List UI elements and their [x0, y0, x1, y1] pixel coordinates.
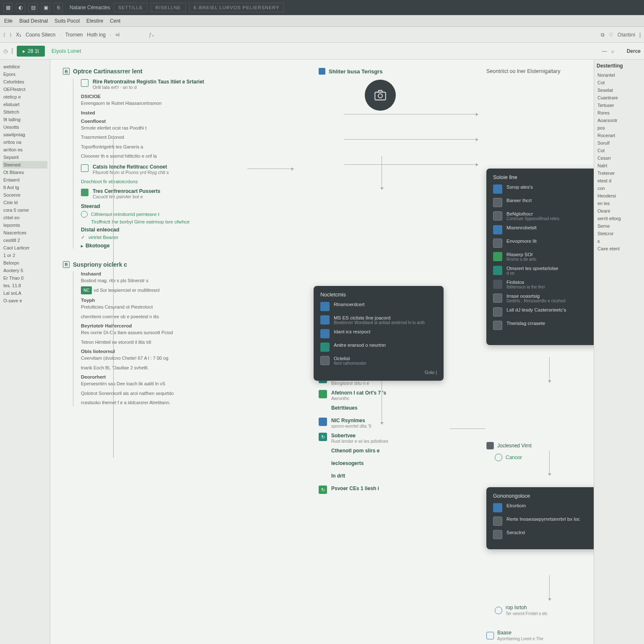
right-sidebar-item[interactable]: Cot: [597, 147, 641, 154]
col2-item[interactable]: lecloesogerts: [319, 460, 461, 469]
col2-item[interactable]: ↻Psvoer CEs 1 liesh i: [319, 486, 461, 494]
left-sidebar-item[interactable]: Ot Btiares: [3, 169, 47, 176]
left-sidebar-item[interactable]: cestitll 2: [3, 236, 47, 244]
col2-item[interactable]: Afetnorn I cat Ort's 7 'sAwronthc: [319, 390, 461, 401]
link-cithiensol[interactable]: Cithiensol nrimitorrid perntesre t: [81, 211, 256, 218]
panel-row[interactable]: Rlaserp SOlRrsme s de arto: [493, 252, 594, 262]
left-sidebar-item[interactable]: Belorpn: [3, 259, 47, 267]
panel-row[interactable]: Bareer Ihcrt: [493, 198, 594, 207]
left-sidebar-item[interactable]: Celortides: [3, 78, 47, 86]
right-sidebar-item[interactable]: s: [597, 237, 641, 245]
menu-suits[interactable]: Suits Pocol: [55, 18, 80, 24]
node-ropils[interactable]: rop IsrtohTer oeornt Frrstel s etc: [495, 605, 548, 616]
left-sidebar-item[interactable]: Entaerd: [3, 176, 47, 184]
section2-icon[interactable]: ⎘: [63, 261, 70, 268]
back-icon[interactable]: ⟨: [3, 32, 5, 38]
right-sidebar-item[interactable]: Nalrt: [597, 162, 641, 169]
right-sidebar-item[interactable]: Tretener: [597, 169, 641, 177]
menu-file[interactable]: Eile: [4, 18, 13, 24]
camera-node[interactable]: [365, 80, 396, 111]
right-sidebar-item[interactable]: Cessrr: [597, 154, 641, 162]
left-sidebar-item[interactable]: Uesotts: [3, 123, 47, 131]
right-sidebar-item[interactable]: Stetcror: [597, 230, 641, 237]
left-sidebar-item[interactable]: cora 5 osme: [3, 206, 47, 214]
left-sidebar-item[interactable]: OEFfestrct: [3, 86, 47, 93]
right-sidebar-item[interactable]: Seselat: [597, 86, 641, 94]
item3-title[interactable]: Tres Cenfrenrocart Pusserts: [93, 188, 160, 194]
section1-icon[interactable]: ⎘: [63, 68, 70, 75]
left-sidebar-item[interactable]: Epors: [3, 70, 47, 78]
panel-row[interactable]: Idant ics resrpoct: [320, 329, 437, 338]
right-sidebar-item[interactable]: Caxe etenl: [597, 245, 641, 252]
panel-row[interactable]: Anitre erarsod o neurtnn: [320, 343, 437, 352]
right-sidebar-item[interactable]: Oeare: [597, 207, 641, 215]
search-icon[interactable]: ⌕: [611, 48, 614, 54]
app-icon-1[interactable]: ▦: [3, 3, 13, 12]
left-sidebar-item[interactable]: Caol Larticer: [3, 244, 47, 252]
right-sidebar-item[interactable]: Norantel: [597, 71, 641, 79]
panel-row[interactable]: MS ES ciclists lIne joacordBinetinrorr W…: [320, 315, 437, 325]
panel-row[interactable]: Lstl dJ lesdy Castersrieetc's: [493, 307, 594, 317]
left-sidebar-item[interactable]: tes. 11.8: [3, 282, 47, 289]
right-sidebar-item[interactable]: Rocerart: [597, 132, 641, 139]
panel-row[interactable]: Otnsrert les spvetsrlolsed se: [493, 266, 594, 275]
menu-elestire[interactable]: Elestire: [86, 18, 103, 24]
checkbox-icon[interactable]: [81, 79, 88, 87]
heart-icon[interactable]: ♡: [609, 32, 613, 38]
left-sidebar-item[interactable]: Aootery 5: [3, 267, 47, 274]
link-drechtoot[interactable]: Drechtoot fir ebratolcrdons: [81, 179, 256, 184]
panel-row[interactable]: Therislag crrasete: [493, 321, 594, 330]
left-sidebar-item[interactable]: chtel eo: [3, 214, 47, 221]
title-tab-3[interactable]: E-BREIEL LURVOS PELIERSNERY: [189, 3, 284, 12]
checkbox-icon[interactable]: [81, 164, 88, 172]
right-sidebar-item[interactable]: pos: [597, 124, 641, 132]
right-sidebar-item[interactable]: Rsres: [597, 109, 641, 117]
col2-item[interactable]: In drlt: [319, 473, 461, 481]
title-tab-1[interactable]: SETTILLE: [114, 3, 148, 12]
link-virtrlet[interactable]: ✓virtrlet Bearsn: [81, 234, 256, 240]
title-tab-2[interactable]: RISELLNE: [151, 3, 185, 12]
right-sidebar-item[interactable]: etest d: [597, 177, 641, 184]
left-sidebar-item[interactable]: Iepornts: [3, 221, 47, 229]
right-sidebar-item[interactable]: Sorulf: [597, 139, 641, 147]
left-sidebar-item[interactable]: 8 Aot tg: [3, 184, 47, 191]
left-sidebar-item[interactable]: 9t talling: [3, 116, 47, 123]
col2-item[interactable]: ↻SobertveeRust lendsr e wi les pdiotloes: [319, 433, 461, 444]
item2-title[interactable]: Catsis lonche Retitracc Conoet: [93, 164, 169, 170]
right-sidebar-item[interactable]: Cuantrare: [597, 94, 641, 101]
panel-row[interactable]: Rtramoerdcert: [320, 302, 437, 311]
left-sidebar-item[interactable]: Sepsirit: [3, 153, 47, 161]
left-sidebar-item[interactable]: Lal soLA: [3, 289, 47, 297]
col2-item[interactable]: Betrttieues: [319, 405, 461, 413]
formula-input[interactable]: =i: [115, 32, 119, 38]
link-tirsffnictt[interactable]: Tirsffnictt Ihe borbyl Girre eatrmop lsr…: [91, 219, 256, 224]
panel1-footer[interactable]: Golo |: [320, 370, 437, 375]
right-sidebar-item[interactable]: Heodersi: [597, 192, 641, 200]
breadcrumb-1[interactable]: Coons Sitecn: [26, 32, 55, 38]
left-sidebar-item[interactable]: Sttetrch: [3, 108, 47, 116]
menu-biad[interactable]: Biad Destnal: [19, 18, 48, 24]
right-sidebar-item[interactable]: serrit ettorg: [597, 215, 641, 222]
checkbox-checked-icon[interactable]: [81, 189, 88, 196]
left-sidebar-item[interactable]: Socenre: [3, 191, 47, 199]
left-sidebar-item[interactable]: O-save e: [3, 297, 47, 304]
right-sidebar-item[interactable]: Cot: [597, 79, 641, 86]
panel2-ok[interactable]: ok: [493, 334, 594, 339]
panel-row[interactable]: Envopmore IIt: [493, 239, 594, 248]
clock-icon[interactable]: ◷: [3, 48, 8, 54]
left-sidebar-item[interactable]: Nascertces: [3, 229, 47, 236]
left-sidebar-item[interactable]: Cirie ld: [3, 199, 47, 206]
breadcrumb-2[interactable]: Trornen: [65, 32, 83, 38]
right-sidebar-item[interactable]: Tertuser: [597, 101, 641, 109]
right-sidebar-item[interactable]: Serne: [597, 222, 641, 230]
menu-cent[interactable]: Cent: [110, 18, 120, 24]
left-sidebar-item[interactable]: Steened: [3, 161, 47, 169]
left-sidebar-item[interactable]: arrtlon es: [3, 146, 47, 153]
right-sidebar-item[interactable]: Aoarsontr: [597, 117, 641, 124]
left-sidebar-item[interactable]: sawitpniag: [3, 131, 47, 138]
right-sidebar-item[interactable]: en les: [597, 200, 641, 207]
panel-row[interactable]: Misrenrobelslt: [493, 225, 594, 234]
run-button[interactable]: ▸28 1t: [17, 46, 45, 57]
active-tab-label[interactable]: Eiyols Lonet: [52, 48, 81, 54]
app-icon-3[interactable]: ▤: [29, 3, 38, 12]
